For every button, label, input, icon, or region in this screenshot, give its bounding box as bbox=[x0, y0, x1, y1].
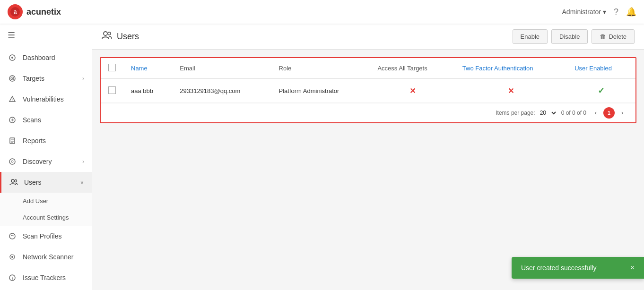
targets-icon bbox=[8, 74, 17, 83]
row-role: Platform Administrator bbox=[271, 79, 370, 103]
header-two-factor[interactable]: Two Factor Authentication bbox=[455, 58, 567, 79]
help-icon[interactable]: ? bbox=[614, 7, 618, 17]
items-per-page-select[interactable]: 20 50 100 bbox=[538, 109, 557, 117]
chevron-right-icon: › bbox=[82, 75, 84, 82]
two-factor-false-icon: ✕ bbox=[508, 87, 514, 95]
page-title-text: Users bbox=[117, 32, 139, 42]
sidebar-item-reports[interactable]: Reports bbox=[0, 130, 92, 151]
row-email: 2933129183@qq.com bbox=[172, 79, 271, 103]
sidebar-item-label: Users bbox=[24, 179, 74, 186]
users-table: Name Email Role Access All Targets Two F… bbox=[101, 58, 635, 103]
sidebar-item-vulnerabilities[interactable]: ! Vulnerabilities bbox=[0, 89, 92, 110]
admin-dropdown[interactable]: Administrator ▾ bbox=[562, 8, 606, 16]
enable-button[interactable]: Enable bbox=[513, 29, 548, 44]
sidebar-item-label: Issue Trackers bbox=[23, 274, 84, 281]
row-user-enabled: ✓ bbox=[567, 79, 635, 103]
scan-profiles-icon bbox=[8, 231, 17, 241]
notification-bell-icon[interactable]: 🔔 bbox=[626, 7, 636, 17]
sidebar-item-label: Targets bbox=[23, 75, 77, 82]
users-submenu: Add User Account Settings bbox=[0, 193, 92, 226]
pagination-bar: Items per page: 20 50 100 0 of 0 of 0 ‹ … bbox=[101, 103, 635, 122]
main-layout: ☰ Dashboard Targets › ! Vulnerabilities bbox=[0, 24, 644, 290]
sidebar: ☰ Dashboard Targets › ! Vulnerabilities bbox=[0, 24, 92, 290]
row-checkbox[interactable] bbox=[108, 86, 116, 94]
logo-text: acunetix bbox=[26, 7, 61, 17]
sidebar-item-label: Reports bbox=[23, 137, 84, 145]
svg-point-16 bbox=[15, 180, 17, 182]
logo-icon: a bbox=[8, 4, 23, 19]
vulnerabilities-icon: ! bbox=[8, 94, 17, 104]
topbar: a acunetix Administrator ▾ ? 🔔 bbox=[0, 0, 644, 24]
header-name[interactable]: Name bbox=[123, 58, 172, 79]
svg-point-6 bbox=[12, 78, 13, 79]
users-table-wrapper: Name Email Role Access All Targets Two F… bbox=[100, 57, 636, 123]
sidebar-item-network-scanner[interactable]: Network Scanner bbox=[0, 247, 92, 267]
prev-page-button[interactable]: ‹ bbox=[590, 107, 601, 119]
users-title-icon bbox=[102, 31, 112, 43]
chevron-down-icon: ∨ bbox=[80, 179, 84, 186]
table-header-row: Name Email Role Access All Targets Two F… bbox=[101, 58, 635, 79]
pagination-nav: ‹ 1 › bbox=[590, 107, 628, 119]
dashboard-icon bbox=[8, 53, 17, 62]
svg-point-22 bbox=[104, 32, 107, 35]
sidebar-item-dashboard[interactable]: Dashboard bbox=[0, 47, 92, 68]
sidebar-item-scan-profiles[interactable]: Scan Profiles bbox=[0, 226, 92, 247]
svg-text:!: ! bbox=[12, 98, 13, 102]
content-header: Users Enable Disable 🗑 Delete bbox=[92, 24, 644, 50]
issue-trackers-icon: i bbox=[8, 273, 17, 282]
sidebar-item-users[interactable]: Users ∨ bbox=[0, 172, 92, 193]
table-row: aaa bbb 2933129183@qq.com Platform Admin… bbox=[101, 79, 635, 103]
delete-button[interactable]: 🗑 Delete bbox=[592, 29, 635, 44]
header-checkbox-cell bbox=[101, 58, 123, 79]
scans-icon bbox=[8, 115, 17, 125]
logo: a acunetix bbox=[8, 4, 61, 19]
toast-notification: User created successfully × bbox=[512, 257, 644, 279]
svg-point-17 bbox=[9, 233, 15, 239]
delete-icon: 🗑 bbox=[600, 33, 606, 40]
svg-text:i: i bbox=[12, 276, 13, 281]
svg-text:a: a bbox=[14, 9, 17, 15]
select-all-checkbox[interactable] bbox=[108, 64, 116, 71]
current-page-badge[interactable]: 1 bbox=[603, 107, 615, 119]
sidebar-subitem-account-settings[interactable]: Account Settings bbox=[0, 209, 92, 226]
content-area: Users Enable Disable 🗑 Delete bbox=[92, 24, 644, 290]
toast-close-button[interactable]: × bbox=[630, 264, 635, 272]
sidebar-item-discovery[interactable]: Discovery › bbox=[0, 151, 92, 172]
sidebar-item-scans[interactable]: Scans bbox=[0, 110, 92, 130]
sidebar-item-issue-trackers[interactable]: i Issue Trackers bbox=[0, 267, 92, 288]
table-container: Name Email Role Access All Targets Two F… bbox=[92, 50, 644, 290]
header-user-enabled[interactable]: User Enabled bbox=[567, 58, 635, 79]
page-title: Users bbox=[102, 31, 139, 43]
sidebar-item-label: Dashboard bbox=[23, 54, 84, 61]
network-scanner-icon bbox=[8, 252, 17, 262]
items-per-page-label: Items per page: bbox=[496, 110, 535, 116]
svg-point-23 bbox=[108, 32, 111, 35]
svg-point-13 bbox=[9, 159, 15, 164]
pagination-range: 0 of 0 of 0 bbox=[561, 110, 586, 116]
sidebar-subitem-add-user[interactable]: Add User bbox=[0, 193, 92, 209]
admin-label-text: Administrator bbox=[562, 8, 601, 16]
user-enabled-true-icon: ✓ bbox=[598, 86, 605, 95]
sidebar-item-label: Scan Profiles bbox=[23, 232, 84, 240]
header-email: Email bbox=[172, 58, 271, 79]
sidebar-item-targets[interactable]: Targets › bbox=[0, 68, 92, 89]
toast-message: User created successfully bbox=[521, 264, 597, 272]
row-access-all: ✕ bbox=[370, 79, 454, 103]
chevron-right-icon: › bbox=[82, 158, 84, 165]
next-page-button[interactable]: › bbox=[617, 107, 628, 119]
access-all-false-icon: ✕ bbox=[409, 87, 416, 95]
svg-point-3 bbox=[11, 57, 13, 59]
pagination-info: Items per page: 20 50 100 bbox=[496, 109, 557, 117]
sidebar-item-label: Scans bbox=[23, 116, 84, 124]
sidebar-item-label: Network Scanner bbox=[23, 253, 84, 261]
row-two-factor: ✕ bbox=[455, 79, 567, 103]
reports-icon bbox=[8, 136, 17, 145]
discovery-icon bbox=[8, 157, 17, 166]
hamburger-menu-icon[interactable]: ☰ bbox=[0, 24, 92, 47]
svg-point-18 bbox=[11, 256, 13, 258]
sidebar-item-label: Discovery bbox=[23, 158, 77, 165]
topbar-right: Administrator ▾ ? 🔔 bbox=[562, 7, 636, 17]
header-role: Role bbox=[271, 58, 370, 79]
sidebar-item-label: Vulnerabilities bbox=[23, 95, 84, 103]
disable-button[interactable]: Disable bbox=[551, 29, 588, 44]
